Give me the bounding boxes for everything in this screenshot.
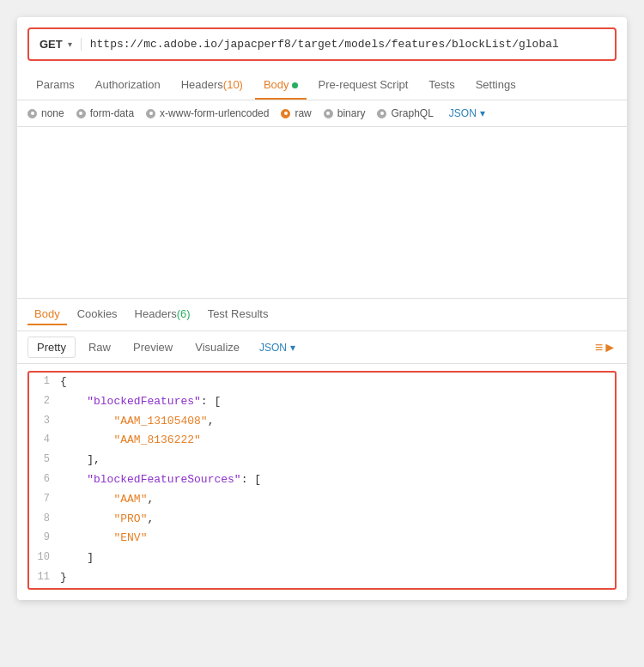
response-view-row: Pretty Raw Preview Visualize JSON ▾ ≡►	[17, 331, 627, 364]
json-line-8: 8 "PRO",	[29, 510, 615, 530]
view-tab-raw[interactable]: Raw	[79, 337, 120, 358]
option-url-encoded-label: x-www-form-urlencoded	[160, 107, 269, 119]
option-binary-label: binary	[337, 107, 366, 119]
request-body-editor[interactable]	[17, 127, 627, 299]
option-binary[interactable]: binary	[324, 107, 366, 119]
method-chevron-icon: ▾	[68, 39, 72, 49]
option-form-data-label: form-data	[90, 107, 134, 119]
view-tab-visualize[interactable]: Visualize	[185, 337, 249, 358]
line-number: 3	[36, 413, 60, 429]
wrap-icon[interactable]: ≡►	[595, 340, 617, 355]
json-line-6: 6 "blockedFeatureSources": [	[29, 470, 615, 490]
body-active-dot	[292, 82, 298, 88]
line-number: 9	[36, 530, 60, 546]
tab-settings[interactable]: Settings	[467, 71, 525, 100]
line-number: 7	[36, 491, 60, 507]
radio-none-icon	[27, 109, 37, 118]
tab-pre-request[interactable]: Pre-request Script	[310, 71, 417, 100]
radio-form-data-icon	[76, 109, 86, 118]
tab-params[interactable]: Params	[27, 71, 83, 100]
view-tab-pretty[interactable]: Pretty	[27, 337, 76, 358]
option-raw-label: raw	[295, 107, 311, 119]
json-line-11: 11 }	[29, 568, 615, 588]
json-line-10: 10 ]	[29, 549, 615, 568]
body-options-row: none form-data x-www-form-urlencoded raw…	[17, 100, 627, 127]
radio-raw-icon	[281, 109, 290, 118]
response-json-selector[interactable]: JSON ▾	[259, 342, 295, 354]
response-json-label: JSON	[259, 342, 287, 354]
json-line-5: 5 ],	[29, 451, 615, 470]
http-method: GET	[39, 38, 63, 51]
json-line-9: 9 "ENV"	[29, 529, 615, 549]
tab-authorization[interactable]: Authorization	[87, 71, 169, 100]
response-tabs: Body Cookies Headers(6) Test Results	[17, 299, 627, 331]
tab-headers[interactable]: Headers(10)	[173, 71, 252, 100]
option-graphql-label: GraphQL	[391, 107, 433, 119]
resp-tab-headers[interactable]: Headers(6)	[128, 304, 197, 325]
line-number: 4	[36, 432, 60, 448]
json-selector-chevron-icon: ▾	[480, 107, 485, 119]
option-none-label: none	[41, 107, 64, 119]
line-number: 1	[36, 373, 60, 390]
option-graphql[interactable]: GraphQL	[377, 107, 433, 119]
postman-window: GET ▾ Params Authorization Headers(10) B…	[17, 17, 627, 600]
option-none[interactable]: none	[27, 107, 64, 119]
resp-tab-cookies[interactable]: Cookies	[70, 304, 125, 325]
json-line-3: 3 "AAM_13105408",	[29, 412, 615, 432]
option-form-data[interactable]: form-data	[76, 107, 134, 119]
json-line-1: 1 {	[29, 373, 615, 392]
line-number: 11	[36, 569, 60, 585]
response-json-chevron-icon: ▾	[290, 342, 295, 354]
json-line-4: 4 "AAM_8136222"	[29, 431, 615, 451]
option-raw[interactable]: raw	[281, 107, 311, 119]
line-number: 10	[36, 549, 60, 566]
line-number: 5	[36, 452, 60, 468]
json-selector-label: JSON	[449, 107, 477, 119]
resp-tab-test-results[interactable]: Test Results	[201, 304, 276, 325]
json-line-2: 2 "blockedFeatures": [	[29, 392, 615, 412]
request-tabs: Params Authorization Headers(10) Body Pr…	[17, 71, 627, 100]
tab-tests[interactable]: Tests	[420, 71, 463, 100]
radio-graphql-icon	[377, 109, 386, 118]
resp-tab-body[interactable]: Body	[27, 304, 67, 325]
option-url-encoded[interactable]: x-www-form-urlencoded	[146, 107, 269, 119]
json-type-selector[interactable]: JSON ▾	[449, 107, 485, 119]
radio-binary-icon	[324, 109, 333, 118]
view-tab-preview[interactable]: Preview	[124, 337, 182, 358]
url-bar: GET ▾	[27, 27, 617, 61]
url-input[interactable]	[82, 38, 605, 51]
line-number: 8	[36, 511, 60, 527]
tab-body[interactable]: Body	[255, 71, 307, 100]
method-selector[interactable]: GET ▾	[39, 38, 82, 51]
line-number: 2	[36, 393, 60, 409]
json-response-panel: 1 { 2 "blockedFeatures": [ 3 "AAM_131054…	[27, 371, 617, 590]
radio-url-encoded-icon	[146, 109, 155, 118]
line-number: 6	[36, 471, 60, 488]
json-line-7: 7 "AAM",	[29, 490, 615, 510]
